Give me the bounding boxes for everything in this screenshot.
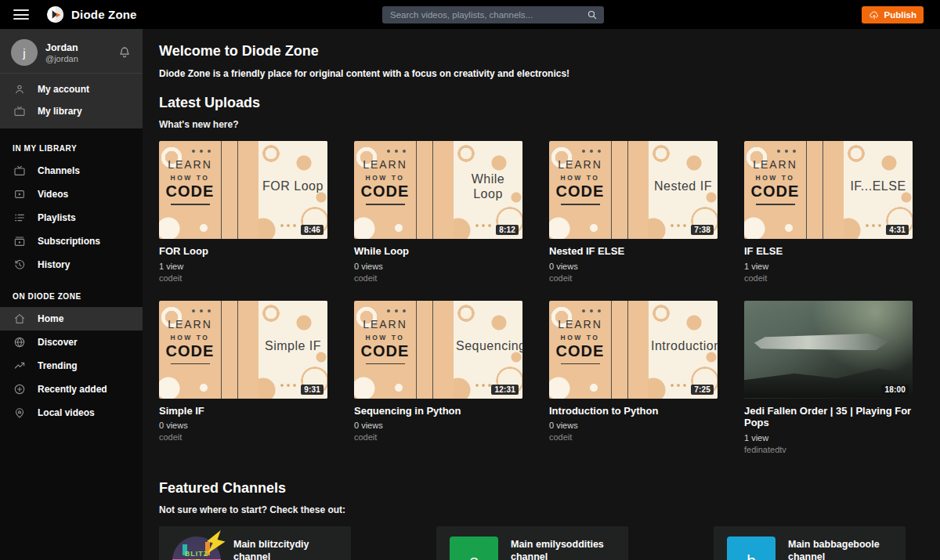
sidebar-item-playlists[interactable]: Playlists [0,206,143,229]
video-thumbnail[interactable]: LEARN HOW TO CODE Nested IF 7:38 [549,141,718,239]
thumb-brand-line1: LEARN [159,158,221,171]
sidebar-item-channels[interactable]: Channels [0,159,143,182]
thumb-brand-line3: CODE [549,182,611,205]
sidebar-item-label: Videos [38,189,68,200]
video-thumbnail[interactable]: 18:00 [744,301,913,399]
publish-button[interactable]: Publish [862,6,924,23]
video-thumbnail[interactable]: LEARN HOW TO CODE IF...ELSE 4:31 [744,141,913,239]
thumb-brand-line2: HOW TO [549,334,611,341]
thumbnail-art-code: LEARN HOW TO CODE Sequencing [354,301,522,399]
channel-name: Main blitzcitydiy channel [233,538,340,560]
tv-icon [13,105,26,117]
sidebar-item-label: Recently added [38,384,107,395]
video-thumbnail[interactable]: LEARN HOW TO CODE Simple IF 9:31 [159,301,327,399]
featured-channels-row: BLITZ CITY DIY Main blitzcitydiy channel… [159,526,906,560]
menu-toggle-icon[interactable] [13,9,29,20]
sidebar-item-label: Subscriptions [38,236,100,247]
videos-grid: LEARN HOW TO CODE FOR Loop 8:46 FOR Loop… [159,141,913,454]
video-card: LEARN HOW TO CODE Sequencing 12:31 Seque… [354,301,522,454]
sidebar-item-trending[interactable]: Trending [0,354,143,378]
sidebar-item-label: Channels [38,165,80,176]
sidebar-item-home[interactable]: Home [0,307,143,331]
thumb-brand-line2: HOW TO [744,174,806,182]
location-icon [13,406,26,419]
welcome-text: Diode Zone is a friendly place for origi… [159,68,913,79]
video-thumbnail[interactable]: LEARN HOW TO CODE Introduction 7:25 [549,301,718,399]
channel-avatar: b [727,537,776,560]
video-title[interactable]: IF ELSE [744,245,913,258]
featured-channels-subtitle: Not sure where to start? Check these out… [159,504,913,515]
sidebar-item-my-library[interactable]: My library [0,100,143,122]
thumb-topic-label: While Loop [456,172,520,201]
channel-card[interactable]: b Main babbageboole channel 16 subscribe… [714,526,906,560]
video-thumbnail[interactable]: LEARN HOW TO CODE While Loop 8:12 [354,141,522,239]
video-channel[interactable]: codeit [159,432,327,442]
thumb-brand-line1: LEARN [159,318,221,331]
video-title[interactable]: While Loop [354,245,522,258]
video-channel[interactable]: codeit [549,273,718,283]
video-channel[interactable]: fedinatedtv [744,445,913,454]
thumb-brand-line3: CODE [159,182,221,205]
video-card: LEARN HOW TO CODE Introduction 7:25 Intr… [549,301,718,454]
sidebar-item-my-account[interactable]: My account [0,78,143,100]
channel-avatar: e [450,537,498,560]
sidebar-section: ON DIODE ZONE Home Discover Trending Rec… [0,287,143,425]
sidebar-item-label: Trending [38,360,78,371]
subscriptions-icon [13,235,26,247]
sidebar: j Jordan @jordan My account My library I… [0,29,143,560]
video-title[interactable]: Sequencing in Python [354,405,522,417]
user-avatar[interactable]: j [11,39,38,66]
sidebar-item-recently-added[interactable]: Recently added [0,378,143,401]
sidebar-item-label: Playlists [38,212,76,223]
sidebar-item-history[interactable]: History [0,253,143,276]
thumb-brand-line3: CODE [744,182,806,205]
video-thumbnail[interactable]: LEARN HOW TO CODE Sequencing 12:31 [354,301,522,399]
video-card: LEARN HOW TO CODE IF...ELSE 4:31 IF ELSE… [744,141,913,283]
video-duration-badge: 4:31 [886,225,909,235]
thumb-brand-line3: CODE [354,342,416,365]
featured-channels-title: Featured Channels [159,480,913,497]
video-title[interactable]: Nested IF ELSE [549,245,718,258]
person-icon [13,83,26,96]
search-input[interactable] [382,6,604,23]
notifications-bell-icon[interactable] [118,45,132,60]
diode-zone-logo-icon[interactable] [46,5,64,23]
video-title[interactable]: Jedi Fallen Order | 35 | Playing For Pop… [744,405,913,429]
video-title[interactable]: Simple IF [159,405,327,417]
search-bar [382,6,604,23]
channel-name: Main emilysoddities channel [511,538,617,560]
sidebar-item-videos[interactable]: Videos [0,182,143,206]
video-channel[interactable]: codeit [549,432,718,442]
account-menu: My account My library [0,73,143,128]
history-icon [13,258,26,271]
video-thumbnail[interactable]: LEARN HOW TO CODE FOR Loop 8:46 [159,141,327,239]
thumb-topic-label: IF...ELSE [850,179,906,193]
thumb-brand-line2: HOW TO [159,174,221,182]
sidebar-item-label: Local videos [38,407,95,418]
globe-icon [13,336,26,349]
video-channel[interactable]: codeit [354,432,522,442]
thumbnail-art-code: LEARN HOW TO CODE Introduction [549,301,718,399]
video-title[interactable]: Introduction to Python [549,405,718,417]
home-icon [13,313,26,325]
thumb-brand-line2: HOW TO [354,334,416,341]
video-card: LEARN HOW TO CODE FOR Loop 8:46 FOR Loop… [159,141,327,283]
video-duration-badge: 7:25 [691,385,714,395]
channel-card[interactable]: BLITZ CITY DIY Main blitzcitydiy channel… [159,526,351,560]
sidebar-item-subscriptions[interactable]: Subscriptions [0,229,143,253]
search-icon[interactable] [586,9,598,21]
sidebar-section-items: Channels Videos Playlists Subscriptions … [0,159,143,276]
video-title[interactable]: FOR Loop [159,245,327,258]
user-name: Jordan [45,42,118,53]
video-views: 1 view [744,433,913,443]
video-channel[interactable]: codeit [354,273,522,283]
thumb-brand-line1: LEARN [744,158,806,171]
video-channel[interactable]: codeit [744,273,913,283]
user-handle: @jordan [45,54,118,63]
channel-card[interactable]: e Main emilysoddities channel 132 subscr… [436,526,628,560]
video-channel[interactable]: codeit [159,273,327,283]
sidebar-item-local-videos[interactable]: Local videos [0,401,143,425]
upload-cloud-icon [869,9,880,20]
trending-icon [13,359,26,372]
sidebar-item-discover[interactable]: Discover [0,331,143,354]
